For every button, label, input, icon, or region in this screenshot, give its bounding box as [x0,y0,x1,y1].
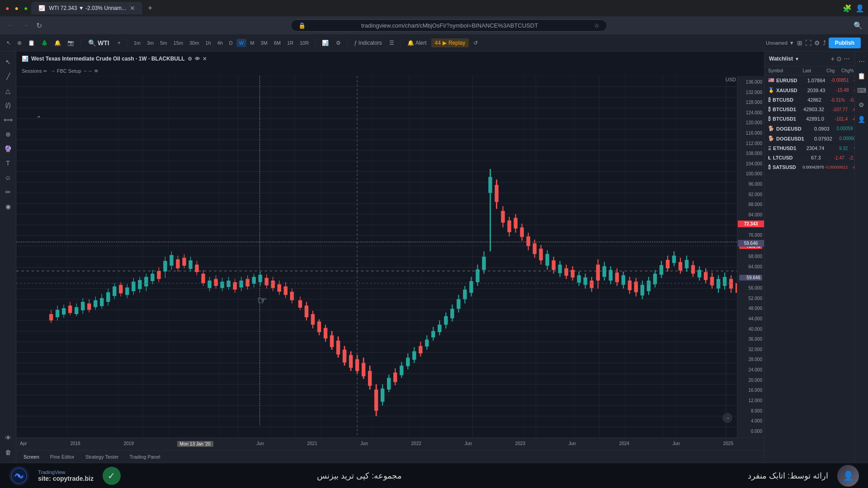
watchlist-item-eurusd[interactable]: 🇺🇸 EURUSD 1.07864 -0.00851 -0.78% [764,75,854,85]
indicators-button[interactable]: ƒ Indicators [351,38,385,48]
tf-6M[interactable]: 6M [271,39,283,47]
tf-W[interactable]: W [236,39,246,47]
fbc-eye-icon[interactable]: 👁 [94,69,99,74]
chart-type-dropdown[interactable]: 📊 [319,38,331,48]
trash-tool-icon[interactable]: 🗑 [1,446,15,459]
watchlist-menu-icon[interactable]: ⋯ [844,55,850,62]
refresh-button[interactable]: ↻ [34,19,44,32]
shapes-tool-icon[interactable]: △ [1,84,15,98]
close-icon[interactable]: ● [4,3,11,14]
fullscreen-icon[interactable]: ⛶ [805,39,811,47]
profile-icon[interactable]: 👤 [855,4,864,13]
symbol-ethusd: Ξ ETHUSD1 [768,145,796,151]
settings-icon[interactable]: ⚙ [814,39,820,47]
alert-button[interactable]: 🔔 Alert [405,38,429,48]
scroll-up-icon[interactable]: ⌃ [36,115,42,122]
tab-screen[interactable]: Screen [20,453,43,460]
indicators-template-icon[interactable]: ☰ [387,38,397,48]
arrow-tool-icon[interactable]: ↖ [4,38,14,48]
crosshair-tool-icon[interactable]: ⊕ [14,38,24,48]
watchlist-item-btcusd2[interactable]: ₿ BTCUSD1 42891.0 -101.4 -0.24% [764,114,854,124]
ethusd-flag: Ξ [768,145,771,151]
line-tool-icon[interactable]: ╱ [1,70,15,83]
emoji-tool-icon[interactable]: ☺ [1,171,15,184]
tf-3M[interactable]: 3M [258,39,270,47]
camera-icon[interactable]: 📷 [65,38,77,48]
tab-close-icon[interactable]: ✕ [130,5,135,12]
eye-tool-icon[interactable]: 👁 [1,431,15,445]
back-button[interactable]: ← [5,19,16,31]
tf-D[interactable]: D [226,39,236,47]
unnamed-dropdown-icon[interactable]: ▼ [789,40,794,46]
chart-settings-cog[interactable]: ⚙ [188,56,192,62]
right-panel-icon1[interactable]: ⋯ [857,55,867,68]
layout-icon[interactable]: ⊞ [797,39,802,47]
tab-strategy-tester[interactable]: Strategy Tester [82,453,123,460]
watchlist-search-icon[interactable]: ⊙ [836,55,842,62]
text-tool-icon[interactable]: T [1,156,15,170]
symbol-search[interactable]: 🔍 WTI [85,38,113,48]
magnet-tool-icon[interactable]: 🔮 [1,142,15,155]
replay-button[interactable]: 44 ▶ Replay [431,38,469,47]
watchlist-add-icon[interactable]: + [831,55,835,62]
alert-bell-icon[interactable]: 🔔 [52,38,64,48]
chart-settings-icon[interactable]: ⚙ [333,38,344,48]
tf-1R[interactable]: 1R [284,39,296,47]
watchlist-item-dogeusd[interactable]: 🐕 DOGEUSD 0.0903 0.00059 0.75% [764,124,854,134]
watchlist-item-satsusd[interactable]: ₿ SATSUSD 0.00042870 -0.00000012 -0.30% [764,163,854,172]
pine-tool-icon[interactable]: 🌲 [38,38,51,48]
maximize-icon[interactable]: ● [22,3,29,14]
watchlist-item-btcusd[interactable]: ₿ BTCUSD 42862 -0.31% -0.31% [764,95,854,105]
tf-10R[interactable]: 10R [297,39,311,47]
watchlist-item-xauusd[interactable]: 🥇 XAUUSD 2039.43 -15.48 -0.75% [764,85,854,95]
bookmark-icon[interactable]: ☆ [594,22,599,29]
zoom-tool-icon[interactable]: ⊕ [1,127,15,141]
goto-realtime-btn[interactable]: → [722,413,732,423]
extensions-icon[interactable]: 🧩 [843,4,852,13]
watchlist-item-dogeusd2[interactable]: 🐕 DOGEUSD1 0.07932 0.00060 0.76% [764,134,854,144]
tf-15m[interactable]: 15m [171,39,186,47]
brush-tool-icon[interactable]: ✏ [1,185,15,199]
active-tab[interactable]: 📈 WTI 72.343 ▼ -2.03% Unnam... ✕ [31,2,142,14]
new-tab-button[interactable]: + [144,4,156,13]
right-panel-icon4[interactable]: ⚙ [857,99,866,111]
add-symbol-btn[interactable]: + [115,38,123,48]
tab-trading-panel[interactable]: Trading Panel [126,453,164,460]
ethusd-price: 2304.74 [797,145,824,151]
browser-search-icon[interactable]: 🔍 [854,21,863,30]
time-axis: Apr 2018 2019 Mon 13 Jan '20 Jun 2021 Ju… [16,437,764,450]
tf-4h[interactable]: 4h [215,39,226,47]
tf-M[interactable]: M [247,39,257,47]
publish-button[interactable]: Publish [829,38,861,48]
chart-delete-icon[interactable]: ✕ [203,56,207,62]
tab-pine-editor[interactable]: Pine Editor [47,453,78,460]
svg-rect-119 [277,284,281,291]
pattern-tool-icon[interactable]: ◉ [1,200,15,213]
tf-1h[interactable]: 1h [203,39,213,47]
minimize-icon[interactable]: ● [13,3,20,14]
sessions-label[interactable]: Sessions ✏ [22,68,47,74]
watchlist-dropdown-icon[interactable]: ▼ [795,56,799,61]
chart-canvas[interactable]: 72.343 59.646 ☞ [16,76,764,437]
chart-tool-icon[interactable]: 📋 [25,38,38,48]
share-icon[interactable]: ⤴ [823,39,826,47]
tf-5m[interactable]: 5m [157,39,170,47]
tf-3m[interactable]: 3m [144,39,156,47]
undo-icon[interactable]: ↺ [471,38,481,48]
measure-tool-icon[interactable]: ⟺ [1,113,15,127]
sessions-edit-icon[interactable]: ✏ [43,69,47,74]
tf-30m[interactable]: 30m [187,39,202,47]
fbc-setup-label[interactable]: → FBC Setup →→ 👁 [51,68,99,74]
chart-visibility-toggle[interactable]: 👁 [195,56,200,61]
fib-tool-icon[interactable]: ⟨/⟩ [1,99,15,112]
url-bar[interactable]: 🔒 tradingview.com/chart/cMbjOsFI/?symbol… [291,19,607,32]
forward-button[interactable]: → [20,19,31,31]
watchlist-item-btcusd1[interactable]: ₿ BTCUSD1 42903.32 -107.77 -0.25% [764,105,854,114]
right-panel-icon2[interactable]: 📋 [856,70,867,82]
right-panel-icon3[interactable]: ⌨ [855,84,868,97]
watchlist-item-ethusd[interactable]: Ξ ETHUSD1 2304.74 9.32 0.41% [764,144,854,153]
right-panel-icon5[interactable]: 👤 [856,113,867,126]
cursor-tool-icon[interactable]: ↖ [1,55,15,69]
tf-1m[interactable]: 1m [131,39,143,47]
watchlist-item-ltcusd[interactable]: Ł LTCUSD 67.3 -1.47 -2.47% [764,153,854,163]
